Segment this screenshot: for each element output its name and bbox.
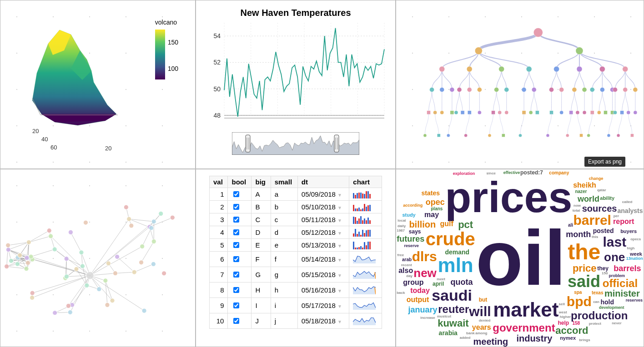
word[interactable]: since bbox=[487, 172, 496, 175]
word[interactable]: gulf bbox=[440, 220, 453, 228]
word[interactable]: can bbox=[593, 300, 599, 304]
word[interactable]: world bbox=[578, 195, 599, 203]
table-panel[interactable]: valboolbigsmalldtchart 1Aa05/09/2018 ▼2B… bbox=[196, 169, 396, 347]
word[interactable]: called bbox=[622, 200, 633, 204]
word[interactable]: problem bbox=[609, 274, 625, 278]
word[interactable]: reserves bbox=[626, 298, 643, 302]
cell-bool[interactable] bbox=[228, 226, 252, 239]
word[interactable]: may bbox=[424, 211, 439, 218]
word[interactable]: bpd bbox=[567, 295, 592, 308]
word[interactable]: meeting bbox=[473, 337, 508, 346]
bool-checkbox[interactable] bbox=[233, 229, 239, 235]
word[interactable]: government bbox=[493, 322, 555, 333]
word[interactable]: development bbox=[599, 306, 624, 310]
line-chart[interactable]: 48505254 bbox=[201, 18, 392, 123]
word[interactable]: total bbox=[573, 209, 580, 213]
bool-checkbox[interactable] bbox=[233, 217, 239, 223]
bool-checkbox[interactable] bbox=[233, 242, 239, 248]
bool-checkbox[interactable] bbox=[233, 191, 239, 197]
word[interactable]: production bbox=[571, 310, 628, 321]
word[interactable]: nazer bbox=[575, 189, 587, 194]
word[interactable]: local bbox=[397, 219, 406, 223]
word[interactable]: reserve bbox=[404, 244, 419, 248]
word[interactable]: increase bbox=[420, 316, 435, 320]
word[interactable]: says bbox=[409, 229, 421, 234]
word[interactable]: texas bbox=[592, 291, 604, 295]
word[interactable]: pct bbox=[458, 220, 473, 230]
word[interactable]: now bbox=[574, 204, 581, 208]
word[interactable]: per bbox=[614, 214, 619, 218]
word[interactable]: new bbox=[413, 267, 437, 279]
tree-chart[interactable] bbox=[396, 0, 644, 169]
word[interactable]: effective bbox=[503, 171, 520, 175]
word[interactable]: billion bbox=[409, 220, 436, 229]
word[interactable]: added bbox=[460, 336, 471, 340]
word[interactable]: plans bbox=[431, 207, 443, 211]
word[interactable]: one bbox=[604, 251, 625, 263]
word[interactable]: report bbox=[613, 218, 634, 225]
cell-bool[interactable] bbox=[228, 213, 252, 226]
word[interactable]: sheikh bbox=[573, 182, 596, 189]
word[interactable]: meet bbox=[437, 278, 445, 281]
col-dt[interactable]: dt bbox=[297, 176, 349, 188]
word[interactable]: sources bbox=[582, 204, 617, 213]
word[interactable]: opec bbox=[426, 198, 445, 206]
word[interactable]: barrels bbox=[614, 264, 641, 273]
word[interactable]: denied bbox=[479, 319, 491, 322]
word[interactable]: minister bbox=[604, 289, 640, 298]
word[interactable]: recent bbox=[401, 263, 412, 267]
timeseries-panel[interactable]: New Haven Temperatures 48505254 bbox=[196, 0, 396, 169]
word[interactable]: among bbox=[475, 332, 487, 335]
word[interactable]: bank bbox=[466, 332, 475, 335]
word[interactable]: month bbox=[566, 230, 591, 238]
word[interactable]: posted:7 bbox=[520, 170, 543, 175]
col-small[interactable]: small bbox=[271, 176, 297, 188]
cell-bool[interactable] bbox=[228, 201, 252, 213]
cell-bool[interactable] bbox=[228, 283, 252, 298]
word[interactable]: higher bbox=[560, 315, 571, 319]
word[interactable]: this bbox=[592, 235, 598, 239]
cell-bool[interactable] bbox=[228, 313, 252, 329]
word[interactable]: never bbox=[612, 322, 621, 325]
volcano-3d-panel[interactable]: volcano 150 100 bbox=[0, 0, 196, 169]
word[interactable]: prices bbox=[445, 176, 572, 219]
cell-bool[interactable] bbox=[228, 298, 252, 313]
wordcloud[interactable]: oilpricesthemarketmlncrudesaidsaudibarre… bbox=[396, 169, 644, 347]
range-slider[interactable] bbox=[232, 132, 359, 155]
word[interactable]: week bbox=[630, 252, 642, 257]
word[interactable]: official bbox=[603, 278, 638, 289]
cell-bool[interactable] bbox=[228, 267, 252, 283]
word[interactable]: accord bbox=[555, 326, 588, 336]
word[interactable]: years bbox=[472, 324, 491, 331]
word[interactable]: will bbox=[469, 305, 491, 318]
word[interactable]: group bbox=[403, 279, 423, 286]
word[interactable]: saudi bbox=[432, 288, 472, 303]
word[interactable]: also bbox=[398, 267, 413, 274]
word[interactable]: protect bbox=[589, 322, 601, 326]
word[interactable]: change bbox=[589, 177, 604, 181]
word[interactable]: arab bbox=[402, 258, 412, 262]
word[interactable]: they bbox=[597, 266, 609, 271]
word[interactable]: company bbox=[549, 171, 569, 175]
word[interactable]: nymex bbox=[560, 336, 576, 341]
word[interactable]: the bbox=[568, 241, 600, 263]
bool-checkbox[interactable] bbox=[233, 256, 239, 262]
word[interactable]: study bbox=[402, 213, 415, 218]
word[interactable]: arabia bbox=[439, 330, 458, 336]
bool-checkbox[interactable] bbox=[233, 318, 239, 324]
word[interactable]: january bbox=[408, 306, 438, 314]
word[interactable]: according bbox=[403, 203, 423, 208]
word[interactable]: price bbox=[573, 263, 597, 273]
word[interactable]: brings bbox=[579, 338, 590, 342]
network-panel[interactable] bbox=[0, 169, 196, 347]
word[interactable]: 13nation bbox=[626, 257, 643, 261]
word[interactable]: 158 bbox=[572, 321, 580, 326]
word[interactable]: help bbox=[558, 320, 569, 326]
word[interactable]: output bbox=[407, 296, 429, 303]
word[interactable]: states bbox=[422, 190, 440, 196]
word[interactable]: market bbox=[493, 300, 558, 320]
word[interactable]: ability bbox=[600, 196, 614, 201]
col-val[interactable]: val bbox=[210, 176, 228, 188]
word[interactable]: buyers bbox=[620, 229, 637, 234]
network-graph[interactable] bbox=[0, 169, 195, 347]
